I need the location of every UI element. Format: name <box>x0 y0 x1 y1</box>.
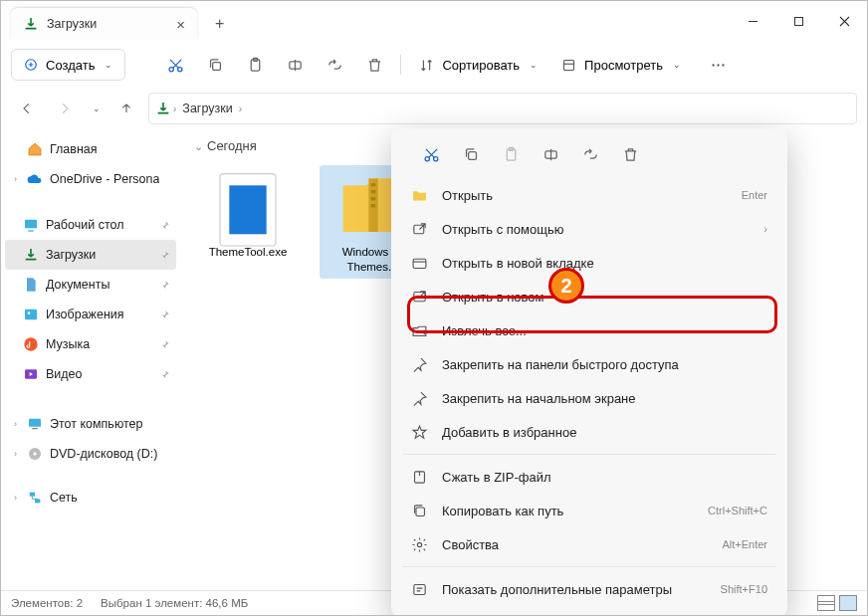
pin-icon <box>159 369 170 380</box>
recent-button[interactable]: ⌄ <box>87 94 105 123</box>
ctx-paste[interactable] <box>493 138 529 170</box>
svg-rect-41 <box>416 507 425 514</box>
share-button[interactable] <box>317 49 352 81</box>
chevron-down-icon: ⌄ <box>673 60 681 70</box>
open-with-icon <box>411 221 428 238</box>
tab-label: Загрузки <box>47 17 97 31</box>
chevron-right-icon: › <box>237 103 244 114</box>
ctx-newtab[interactable]: Открыть в новой вкладке <box>391 246 787 280</box>
svg-rect-18 <box>29 419 41 427</box>
ctx-cut[interactable] <box>413 138 449 170</box>
extract-icon <box>411 322 428 339</box>
cut-button[interactable] <box>157 49 193 81</box>
ctx-favorite[interactable]: Добавить в избранное <box>391 415 787 449</box>
ctx-more-options[interactable]: Показать дополнительные параметры Shift+… <box>391 572 787 606</box>
svg-rect-38 <box>413 259 426 268</box>
separator <box>403 454 775 455</box>
svg-point-11 <box>718 64 720 66</box>
document-icon <box>23 277 39 293</box>
pin-icon <box>159 280 170 291</box>
rename-button[interactable] <box>277 49 313 81</box>
star-icon <box>411 424 428 441</box>
sidebar-item-desktop[interactable]: Рабочий стол <box>5 210 176 240</box>
svg-rect-29 <box>371 197 376 201</box>
pc-icon <box>27 416 43 432</box>
ctx-open[interactable]: Открыть Enter <box>391 178 787 212</box>
copy-path-icon <box>411 503 428 519</box>
sidebar-item-home[interactable]: Главная <box>5 134 176 164</box>
svg-rect-5 <box>213 62 221 70</box>
view-large-button[interactable] <box>839 595 857 611</box>
maximize-button[interactable] <box>775 2 821 40</box>
sidebar-item-onedrive[interactable]: › OneDrive - Persona <box>5 164 176 194</box>
expand-icon[interactable]: › <box>11 493 20 503</box>
expand-icon[interactable]: › <box>11 419 20 429</box>
sidebar-item-thispc[interactable]: › Этот компьютер <box>5 409 176 439</box>
properties-icon <box>411 536 428 553</box>
sidebar-item-dvd[interactable]: › DVD-дисковод (D:) <box>5 439 176 469</box>
sidebar-item-documents[interactable]: Документы <box>5 270 176 300</box>
svg-rect-43 <box>414 584 425 594</box>
svg-rect-33 <box>468 151 476 159</box>
close-icon[interactable]: × <box>176 16 185 33</box>
svg-rect-19 <box>32 428 37 429</box>
sort-button[interactable]: Сортировать ⌄ <box>409 49 547 81</box>
exe-icon <box>213 169 283 239</box>
ctx-openwith[interactable]: Открыть с помощью › <box>391 212 787 246</box>
image-icon <box>23 307 39 322</box>
sidebar-item-music[interactable]: Музыка <box>5 329 176 359</box>
chevron-down-icon: ⌄ <box>530 60 538 70</box>
svg-point-10 <box>713 64 715 66</box>
file-item[interactable]: ThemeTool.exe <box>194 165 302 279</box>
svg-rect-23 <box>35 499 40 503</box>
cloud-icon <box>27 171 43 187</box>
pin-icon <box>159 339 170 350</box>
svg-rect-27 <box>371 183 376 187</box>
disc-icon <box>27 446 43 462</box>
ctx-zip[interactable]: Сжать в ZIP-файл <box>391 460 787 494</box>
view-button[interactable]: Просмотреть ⌄ <box>551 49 691 81</box>
paste-button[interactable] <box>237 49 273 81</box>
ctx-pin-quickaccess[interactable]: Закрепить на панели быстрого доступа <box>391 347 787 381</box>
up-button[interactable] <box>110 94 142 123</box>
minimize-button[interactable] <box>730 2 775 40</box>
back-button[interactable] <box>11 94 43 123</box>
more-button[interactable] <box>701 49 737 81</box>
sidebar-item-downloads[interactable]: Загрузки <box>5 240 176 270</box>
ctx-share[interactable] <box>572 138 608 170</box>
svg-rect-28 <box>371 190 376 194</box>
forward-button[interactable] <box>49 94 81 123</box>
ctx-copypath[interactable]: Копировать как путь Ctrl+Shift+C <box>391 494 787 527</box>
sidebar-item-videos[interactable]: Видео <box>5 359 176 389</box>
ctx-copy[interactable] <box>453 138 489 170</box>
delete-button[interactable] <box>356 49 392 81</box>
ctx-properties[interactable]: Свойства Alt+Enter <box>391 527 787 561</box>
svg-point-16 <box>24 337 37 350</box>
svg-rect-1 <box>794 17 802 25</box>
status-selection: Выбран 1 элемент: 46,6 МБ <box>101 597 248 609</box>
copy-button[interactable] <box>197 49 233 81</box>
view-details-button[interactable] <box>817 595 835 611</box>
new-tab-button[interactable]: + <box>215 15 224 33</box>
create-button[interactable]: Создать ⌄ <box>11 49 125 81</box>
svg-point-12 <box>723 64 725 66</box>
close-button[interactable] <box>821 2 867 40</box>
titlebar: Загрузки × + <box>1 1 867 41</box>
svg-rect-30 <box>371 204 376 208</box>
address-bar[interactable]: › Загрузки › <box>148 93 857 124</box>
network-icon <box>27 490 43 506</box>
sort-label: Сортировать <box>442 58 520 73</box>
expand-icon[interactable]: › <box>11 174 20 184</box>
ctx-newwin[interactable]: Открыть в новом <box>391 280 787 313</box>
ctx-extract[interactable]: Извлечь все... <box>391 313 787 347</box>
sidebar-item-pictures[interactable]: Изображения <box>5 300 176 329</box>
expand-icon[interactable]: › <box>11 449 20 459</box>
ctx-pin-start[interactable]: Закрепить на начальном экране <box>391 381 787 415</box>
window-controls <box>730 2 867 40</box>
ctx-rename[interactable] <box>533 138 568 170</box>
sidebar-item-network[interactable]: › Сеть <box>5 483 176 513</box>
tab-downloads[interactable]: Загрузки × <box>11 8 197 40</box>
ctx-delete[interactable] <box>612 138 648 170</box>
pin-icon <box>159 220 170 231</box>
breadcrumb-downloads[interactable]: Загрузки <box>178 102 236 115</box>
